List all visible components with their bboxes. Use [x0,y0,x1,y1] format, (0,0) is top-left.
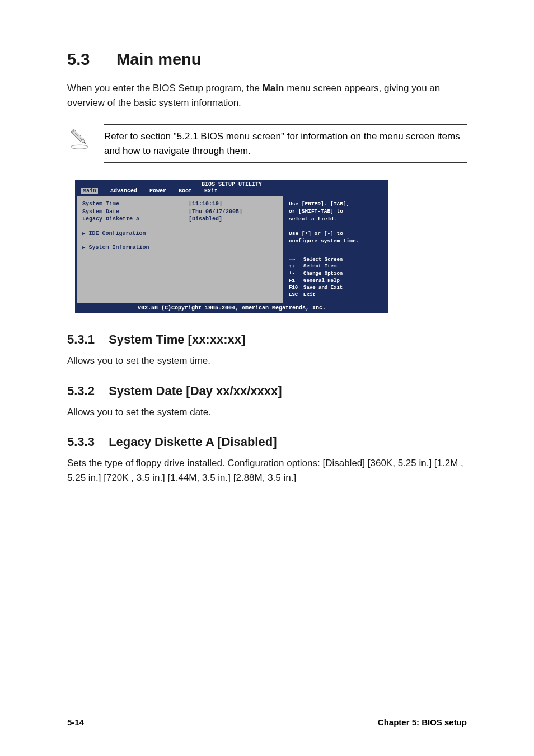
bios-sub-label: IDE Configuration [88,230,146,238]
key-label: ESC [289,292,301,299]
key-action: Exit [303,292,316,299]
bios-help-bottom: ←→Select Screen ↑↓Select Item +-Change O… [289,256,381,299]
svg-line-2 [73,131,82,140]
bios-title: BIOS SETUP UTILITY [76,180,388,187]
subheading-legacy-diskette: 5.3.3 Legacy Diskette A [Disabled] [67,435,467,449]
section-number: 5.3 [67,50,112,69]
help-line: configure system time. [289,237,381,245]
bios-menubar: Main Advanced Power Boot Exit [76,187,388,196]
key-action: General Help [303,278,340,285]
bios-row-system-time[interactable]: System Time [11:10:19] [82,200,278,208]
bios-footer: v02.58 (C)Copyright 1985-2004, American … [76,304,388,313]
intro-boldword: Main [263,83,284,93]
bios-value: [11:10:19] [189,200,278,208]
help-line: or [SHIFT-TAB] to [289,208,381,215]
subsection-title: System Date [Day xx/xx/xxxx] [109,384,282,398]
bios-help-panel: Use [ENTER]. [TAB], or [SHIFT-TAB] to se… [283,196,387,303]
bios-sub-label: System Information [88,244,149,252]
key-action: Change Option [303,270,343,278]
bios-menu-boot[interactable]: Boot [179,188,192,194]
bios-value: [Thu 06/17/2005] [189,208,278,216]
key-action: Save and Exit [303,284,343,292]
help-key-row: F10Save and Exit [289,284,381,292]
section-title: Main menu [116,50,201,68]
subheading-system-date: 5.3.2 System Date [Day xx/xx/xxxx] [67,384,467,398]
intro-paragraph: When you enter the BIOS Setup program, t… [67,81,467,110]
help-key-row: ↑↓Select Item [289,263,381,270]
key-action: Select Screen [303,256,343,264]
subsection-body: Allows you to set the system time. [67,354,467,368]
key-label: +- [289,270,301,278]
note-box: Refer to section "5.2.1 BIOS menu screen… [67,122,467,165]
page-footer: 5-14 Chapter 5: BIOS setup [67,713,467,727]
bios-menu-exit[interactable]: Exit [204,188,218,194]
page-number: 5-14 [67,717,84,727]
subsection-body: Sets the type of floppy drive installed.… [67,456,467,485]
subsection-title: Legacy Diskette A [Disabled] [109,435,277,449]
intro-prefix: When you enter the BIOS Setup program, t… [67,83,263,93]
key-label: ←→ [289,256,301,264]
subsection-number: 5.3.2 [67,384,105,398]
note-text: Refer to section "5.2.1 BIOS menu screen… [104,124,467,163]
bios-sub-system-information[interactable]: ▶ System Information [82,244,278,252]
key-label: F10 [289,284,301,292]
help-line: select a field. [289,215,381,223]
help-line: Use [+] or [-] to [289,230,381,237]
bios-label: System Date [82,208,189,216]
help-key-row: ←→Select Screen [289,256,381,264]
bios-body: System Time [11:10:19] System Date [Thu … [76,196,388,304]
bios-label: System Time [82,200,189,208]
help-key-row: F1General Help [289,278,381,285]
key-action: Select Item [303,263,336,270]
bios-help-top: Use [ENTER]. [TAB], or [SHIFT-TAB] to se… [289,200,381,245]
svg-point-0 [71,145,88,149]
triangle-right-icon: ▶ [82,231,85,237]
help-line [289,223,381,230]
bios-sub-ide-configuration[interactable]: ▶ IDE Configuration [82,230,278,238]
main-heading: 5.3 Main menu [67,50,467,69]
bios-screen: BIOS SETUP UTILITY Main Advanced Power B… [75,180,388,313]
key-label: F1 [289,278,301,285]
help-line: Use [ENTER]. [TAB], [289,200,381,208]
subsection-number: 5.3.1 [67,332,105,347]
bios-row-legacy-diskette[interactable]: Legacy Diskette A [Disabled] [82,215,278,223]
subsection-number: 5.3.3 [67,435,105,449]
help-key-row: ESCExit [289,292,381,299]
pencil-icon [67,125,92,152]
bios-menu-power[interactable]: Power [149,188,166,194]
bios-label: Legacy Diskette A [82,215,189,223]
triangle-right-icon: ▶ [82,245,85,251]
key-label: ↑↓ [289,263,301,270]
subsection-title: System Time [xx:xx:xx] [109,332,245,346]
bios-menu-advanced[interactable]: Advanced [110,188,137,194]
bios-left-panel: System Time [11:10:19] System Date [Thu … [77,196,283,303]
chapter-label: Chapter 5: BIOS setup [378,717,467,727]
bios-value: [Disabled] [189,215,278,223]
help-key-row: +-Change Option [289,270,381,278]
bios-row-system-date[interactable]: System Date [Thu 06/17/2005] [82,208,278,216]
subheading-system-time: 5.3.1 System Time [xx:xx:xx] [67,332,467,347]
subsection-body: Allows you to set the system date. [67,405,467,420]
bios-menu-main[interactable]: Main [81,188,98,194]
